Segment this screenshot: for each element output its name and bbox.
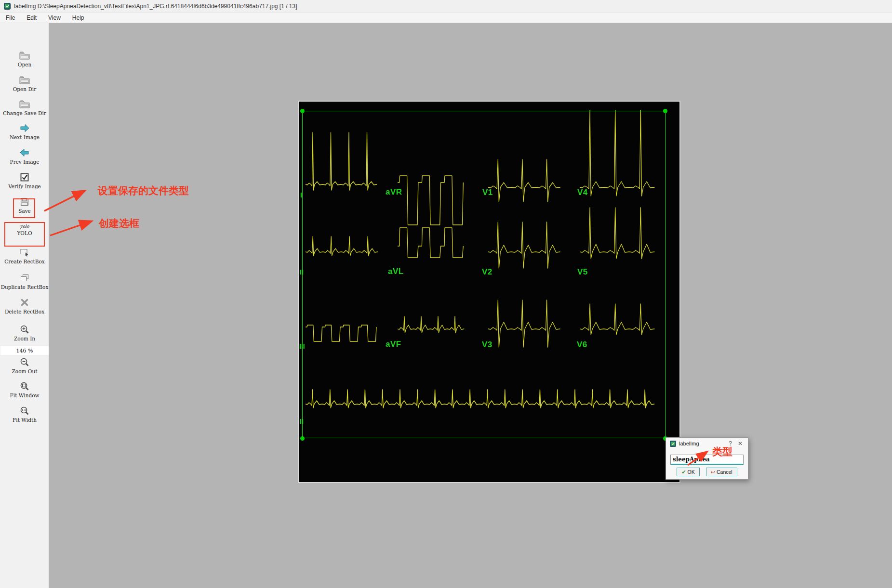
toolbar-prev-image-label: Prev Image	[10, 159, 40, 165]
bounding-box-handle-top-left[interactable]	[300, 109, 305, 113]
annotation-text-type: 类型	[712, 445, 732, 458]
label-dialog: labelImg ? ✕ ✔ OK ↩ Cancel	[666, 437, 748, 480]
zoom-in-icon	[20, 325, 29, 334]
zoom-level-spinbox[interactable]: 146 %	[0, 346, 49, 355]
zoom-out-icon	[20, 357, 29, 367]
menu-view[interactable]: View	[42, 13, 67, 23]
menu-file[interactable]: File	[0, 13, 21, 23]
app-icon	[4, 3, 11, 10]
toolbar-fit-window-label: Fit Window	[10, 392, 40, 398]
menu-edit[interactable]: Edit	[21, 13, 42, 23]
toolbar: Open Open Dir Change Save Dir Ne	[0, 23, 49, 588]
toolbar-create-rectbox-label: Create RectBox	[4, 259, 44, 264]
toolbar-zoom-out-label: Zoom Out	[12, 368, 38, 374]
window-title: labelImg D:\SleepApneaDetection_v8\TestF…	[14, 3, 297, 10]
toolbar-duplicate-rectbox-label: Duplicate RectBox	[1, 284, 49, 290]
create-rectbox-icon	[20, 248, 29, 257]
toolbar-change-save-dir-label: Change Save Dir	[3, 110, 46, 116]
ok-button-label: OK	[688, 469, 695, 475]
verify-checkbox-icon	[20, 172, 29, 182]
dialog-app-icon	[670, 441, 676, 447]
bounding-box-handle-top-right[interactable]	[663, 109, 667, 113]
toolbar-fit-width-label: Fit Width	[13, 417, 37, 423]
bounding-box-handle-bottom-left[interactable]	[300, 436, 305, 441]
toolbar-fit-window-button[interactable]: Fit Window	[0, 381, 49, 398]
window-titlebar: labelImg D:\SleepApneaDetection_v8\TestF…	[0, 0, 892, 13]
menu-help[interactable]: Help	[67, 13, 90, 23]
toolbar-duplicate-rectbox-button[interactable]: Duplicate RectBox	[0, 273, 49, 290]
delete-rectbox-icon	[20, 298, 29, 307]
duplicate-rectbox-icon	[20, 273, 29, 283]
change-save-dir-folder-icon	[19, 99, 30, 109]
check-icon: ✔	[681, 469, 686, 475]
cancel-button[interactable]: ↩ Cancel	[706, 468, 737, 476]
next-arrow-icon	[19, 123, 30, 133]
toolbar-next-image-label: Next Image	[10, 134, 40, 140]
ok-button[interactable]: ✔ OK	[677, 468, 699, 476]
toolbar-change-save-dir-button[interactable]: Change Save Dir	[0, 99, 49, 116]
fit-width-icon	[20, 406, 29, 416]
cancel-button-label: Cancel	[717, 469, 732, 475]
toolbar-open-button[interactable]: Open	[0, 51, 49, 67]
label-name-input[interactable]	[670, 455, 744, 465]
toolbar-open-dir-label: Open Dir	[13, 86, 36, 92]
toolbar-zoom-out-button[interactable]: Zoom Out	[0, 357, 49, 374]
prev-arrow-icon	[19, 148, 30, 157]
toolbar-zoom-in-label: Zoom In	[14, 336, 35, 341]
dialog-buttons: ✔ OK ↩ Cancel	[666, 468, 748, 476]
toolbar-open-label: Open	[18, 62, 31, 67]
fit-window-icon	[20, 381, 29, 391]
bounding-box[interactable]	[302, 111, 666, 438]
annotation-box-create-rectbox	[4, 222, 45, 247]
undo-arrow-icon: ↩	[711, 469, 715, 475]
toolbar-delete-rectbox-label: Delete RectBox	[5, 309, 44, 314]
open-folder-icon	[19, 51, 30, 60]
toolbar-prev-image-button[interactable]: Prev Image	[0, 148, 49, 165]
annotation-box-yolo	[13, 198, 35, 218]
open-dir-folder-icon	[19, 75, 30, 85]
toolbar-verify-image-button[interactable]: Verify Image	[0, 172, 49, 189]
label-dialog-titlebar: labelImg ? ✕	[666, 438, 748, 449]
dialog-close-button[interactable]: ✕	[736, 440, 744, 447]
toolbar-open-dir-button[interactable]: Open Dir	[0, 75, 49, 92]
annotation-text-create-box: 创建选框	[99, 217, 139, 230]
toolbar-create-rectbox-button[interactable]: Create RectBox	[0, 248, 49, 264]
toolbar-zoom-in-button[interactable]: Zoom In	[0, 325, 49, 341]
menubar: File Edit View Help	[0, 13, 892, 23]
toolbar-fit-width-button[interactable]: Fit Width	[0, 406, 49, 423]
toolbar-next-image-button[interactable]: Next Image	[0, 123, 49, 140]
toolbar-verify-image-label: Verify Image	[8, 183, 41, 189]
toolbar-delete-rectbox-button[interactable]: Delete RectBox	[0, 298, 49, 314]
annotation-text-file-type: 设置保存的文件类型	[98, 184, 189, 197]
